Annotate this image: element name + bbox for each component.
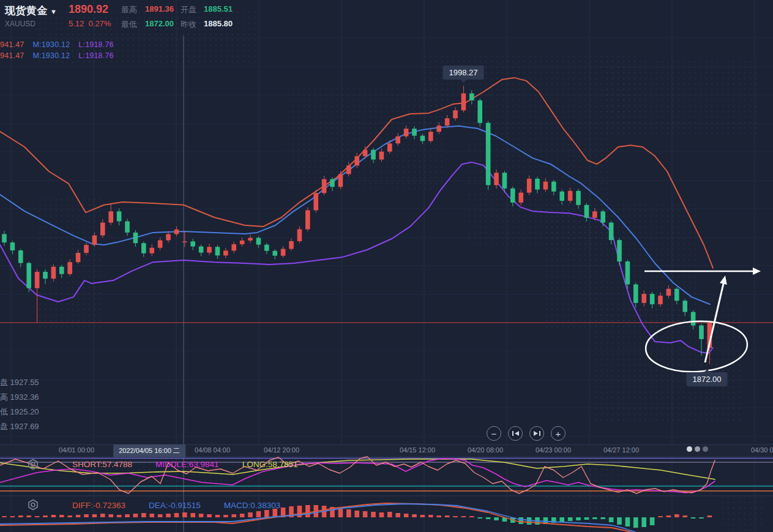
crosshair-ohlc-line: 盘 1927.69: [0, 419, 39, 434]
stat-value: 1872.00: [145, 19, 174, 28]
kdj-long-value: LONG:58.7851: [242, 460, 298, 469]
time-axis-label: 04/12 20:00: [264, 446, 299, 454]
stat-value: 1885.51: [204, 4, 233, 13]
boll-values-row-1: 941.47M:1930.12L:1918.76: [0, 40, 122, 49]
crosshair-ohlc-line: 低 1925.20: [0, 405, 39, 419]
gear-icon: [27, 499, 39, 511]
dot-map-decor: [422, 52, 637, 132]
kdj-short-value: SHORT:57.4788: [72, 460, 132, 469]
stat-label: 昨收: [181, 19, 196, 30]
kdj-settings-button[interactable]: [27, 459, 39, 473]
tag-pointer-up: [704, 369, 710, 372]
time-axis-label: 04/08 04:00: [195, 446, 230, 454]
stat-value: 1891.36: [145, 4, 174, 13]
crosshair-ohlc-line: 盘 1927.55: [0, 375, 39, 390]
stat-label: 开盘: [181, 4, 196, 15]
zoom-in-button[interactable]: +: [551, 426, 566, 441]
symbol-code: XAUUSD: [5, 20, 35, 28]
loading-dot: [687, 446, 692, 452]
symbol-selector[interactable]: 现货黄金▼: [5, 4, 57, 18]
macd-dea-value: DEA:-0.91515: [149, 501, 201, 510]
time-axis-label: 04/15 12:00: [400, 446, 435, 454]
stat-label: 最高: [121, 4, 137, 15]
zoom-out-button[interactable]: −: [487, 426, 501, 441]
macd-diff-value: DIFF:-0.72363: [72, 501, 125, 510]
loading-dot: [695, 446, 700, 452]
crosshair-ohlc-info: 盘 1927.55高 1932.36低 1925.20盘 1927.69: [0, 375, 39, 434]
macd-settings-button[interactable]: [27, 499, 39, 514]
skip-to-end-button[interactable]: [529, 426, 544, 441]
stat-value: 1885.80: [204, 19, 233, 28]
low-price-tag: 1872.00: [687, 372, 728, 386]
chevron-down-icon: ▼: [50, 8, 57, 15]
time-axis-label: 04/01 00:00: [59, 446, 94, 454]
stat-label: 最低: [121, 19, 137, 30]
price-change: 5.12 0.27%: [69, 19, 111, 28]
dot-map-decor: [722, 497, 765, 531]
macd-macd-value: MACD:0.38303: [224, 501, 280, 510]
time-axis-label: 04/30 04:00: [751, 446, 773, 454]
time-axis-label: 04/20 08:00: [468, 446, 503, 454]
macd-values: DIFF:-0.72363 DEA:-0.91515 MACD:0.38303: [72, 501, 280, 510]
boll-values-row-2: 941.47M:1930.12L:1918.76: [0, 51, 122, 60]
gear-icon: [27, 459, 39, 471]
skip-start-icon: [512, 430, 519, 436]
plus-icon: +: [556, 429, 561, 439]
time-axis-label: 04/27 12:00: [603, 446, 639, 454]
skip-to-start-button[interactable]: [508, 426, 523, 441]
kdj-values: SHORT:57.4788 MIDDLE:63.9841 LONG:58.785…: [72, 460, 297, 469]
time-axis-label: 04/23 00:00: [536, 446, 571, 454]
tag-pointer-down: [460, 80, 466, 83]
crosshair-ohlc-line: 高 1932.36: [0, 390, 39, 405]
crosshair-date-label: 2022/04/05 16:00 二: [113, 444, 185, 457]
loading-dot: [703, 446, 708, 452]
skip-end-icon: [534, 430, 540, 436]
last-price: 1890.92: [69, 3, 108, 16]
peak-price-tag: 1998.27: [443, 66, 484, 80]
symbol-name: 现货黄金: [5, 5, 48, 17]
kdj-middle-value: MIDDLE:63.9841: [155, 460, 219, 469]
minus-icon: −: [491, 429, 497, 439]
trading-app: 现货黄金▼ XAUUSD 1890.92 5.12 0.27% 最高1891.3…: [0, 0, 773, 532]
